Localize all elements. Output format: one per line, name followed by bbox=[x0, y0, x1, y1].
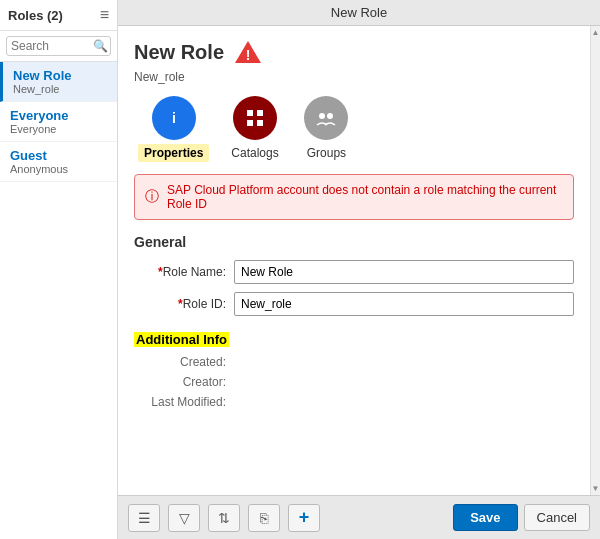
additional-info-title: Additional Info bbox=[134, 332, 229, 347]
role-name-row: *Role Name: bbox=[134, 260, 574, 284]
bottom-toolbar: ☰ ▽ ⇅ ⎘ + Save Cancel bbox=[118, 495, 600, 539]
copy-icon: ⎘ bbox=[260, 510, 268, 526]
created-label: Created: bbox=[134, 355, 234, 369]
save-button[interactable]: Save bbox=[453, 504, 517, 531]
svg-text:i: i bbox=[172, 110, 176, 126]
svg-point-9 bbox=[327, 113, 333, 119]
right-scrollbar[interactable]: ▲ ▼ bbox=[590, 26, 600, 495]
role-title: New Role bbox=[134, 41, 224, 64]
sort-icon: ⇅ bbox=[218, 510, 230, 526]
tab-label-groups: Groups bbox=[301, 144, 352, 162]
sidebar-item-title-everyone: Everyone bbox=[10, 108, 107, 123]
tab-label-properties: Properties bbox=[138, 144, 209, 162]
svg-rect-5 bbox=[257, 110, 263, 116]
add-icon: + bbox=[299, 507, 310, 528]
last-modified-label: Last Modified: bbox=[134, 395, 234, 409]
sidebar-item-title-new-role: New Role bbox=[13, 68, 107, 83]
sidebar-header: Roles (2) ≡ bbox=[0, 0, 117, 31]
main-content: New Role New Role ! New_role bbox=[118, 0, 600, 539]
toolbar-left: ☰ ▽ ⇅ ⎘ + bbox=[128, 504, 320, 532]
sidebar-item-sub-new-role: New_role bbox=[13, 83, 107, 95]
role-id-input[interactable] bbox=[234, 292, 574, 316]
toolbar-filter-button[interactable]: ▽ bbox=[168, 504, 200, 532]
svg-rect-4 bbox=[247, 110, 253, 116]
warning-icon: ! bbox=[234, 38, 262, 66]
alert-message: SAP Cloud Platform account does not cont… bbox=[167, 183, 563, 211]
properties-tab-icon: i bbox=[152, 96, 196, 140]
catalogs-tab-icon bbox=[233, 96, 277, 140]
toolbar-add-button[interactable]: + bbox=[288, 504, 320, 532]
tab-label-catalogs: Catalogs bbox=[225, 144, 284, 162]
svg-text:!: ! bbox=[246, 47, 251, 63]
tab-properties[interactable]: i Properties bbox=[134, 96, 213, 162]
info-icon: i bbox=[163, 107, 185, 129]
scroll-up-icon[interactable]: ▲ bbox=[592, 28, 600, 37]
search-bar: 🔍 bbox=[0, 31, 117, 62]
role-id-label-text: Role ID: bbox=[183, 297, 226, 311]
role-id-row: *Role ID: bbox=[134, 292, 574, 316]
groups-icon bbox=[315, 107, 337, 129]
content-area: New Role ! New_role i bbox=[118, 26, 590, 495]
sidebar-item-everyone[interactable]: Everyone Everyone bbox=[0, 102, 117, 142]
tab-catalogs[interactable]: Catalogs bbox=[221, 96, 288, 162]
role-name-label-text: Role Name: bbox=[163, 265, 226, 279]
list-icon: ☰ bbox=[138, 510, 151, 526]
role-name-input[interactable] bbox=[234, 260, 574, 284]
role-name-label: *Role Name: bbox=[134, 265, 234, 279]
main-header: New Role bbox=[118, 0, 600, 26]
sidebar: Roles (2) ≡ 🔍 New Role New_role Everyone… bbox=[0, 0, 118, 539]
creator-label: Creator: bbox=[134, 375, 234, 389]
svg-rect-6 bbox=[247, 120, 253, 126]
groups-tab-icon bbox=[304, 96, 348, 140]
toolbar-right: Save Cancel bbox=[453, 504, 590, 531]
sidebar-item-sub-guest: Anonymous bbox=[10, 163, 107, 175]
cancel-button[interactable]: Cancel bbox=[524, 504, 590, 531]
sidebar-item-title-guest: Guest bbox=[10, 148, 107, 163]
grid-icon bbox=[244, 107, 266, 129]
scroll-down-icon[interactable]: ▼ bbox=[592, 484, 600, 493]
tab-groups[interactable]: Groups bbox=[297, 96, 356, 162]
filter-icon: ▽ bbox=[179, 510, 190, 526]
creator-row: Creator: bbox=[134, 375, 574, 389]
svg-rect-7 bbox=[257, 120, 263, 126]
sidebar-item-new-role[interactable]: New Role New_role bbox=[0, 62, 117, 102]
toolbar-list-button[interactable]: ☰ bbox=[128, 504, 160, 532]
toolbar-sort-button[interactable]: ⇅ bbox=[208, 504, 240, 532]
toolbar-copy-button[interactable]: ⎘ bbox=[248, 504, 280, 532]
role-header: New Role ! bbox=[134, 38, 574, 66]
sidebar-item-guest[interactable]: Guest Anonymous bbox=[0, 142, 117, 182]
last-modified-row: Last Modified: bbox=[134, 395, 574, 409]
svg-point-8 bbox=[319, 113, 325, 119]
sidebar-title: Roles (2) bbox=[8, 8, 63, 23]
tabs: i Properties bbox=[134, 96, 574, 162]
sidebar-item-sub-everyone: Everyone bbox=[10, 123, 107, 135]
alert-box: ⓘ SAP Cloud Platform account does not co… bbox=[134, 174, 574, 220]
created-row: Created: bbox=[134, 355, 574, 369]
general-section-title: General bbox=[134, 234, 574, 250]
search-input[interactable] bbox=[6, 36, 111, 56]
sidebar-menu-icon[interactable]: ≡ bbox=[100, 6, 109, 24]
role-subtitle: New_role bbox=[134, 70, 574, 84]
alert-icon: ⓘ bbox=[145, 188, 159, 206]
role-id-label: *Role ID: bbox=[134, 297, 234, 311]
